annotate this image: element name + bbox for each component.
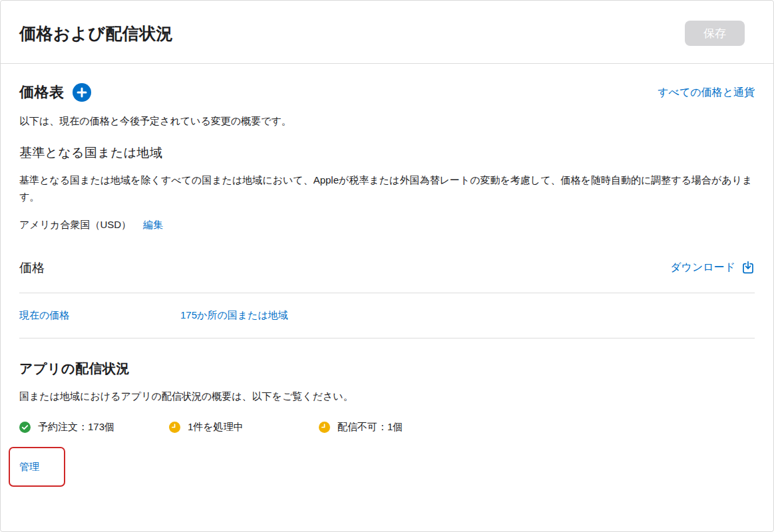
price-schedule-heading: 価格表 — [19, 82, 65, 102]
base-country-row: アメリカ合衆国（USD） 編集 — [19, 219, 755, 231]
page-title: 価格および配信状況 — [19, 23, 173, 45]
status-label: 予約注文：173個 — [38, 421, 114, 434]
prices-heading: 価格 — [19, 259, 45, 277]
availability-heading: アプリの配信状況 — [19, 360, 755, 378]
status-label: 1件を処理中 — [188, 421, 244, 434]
status-label: 配信不可：1個 — [337, 421, 403, 434]
availability-description: 国または地域におけるアプリの配信状況の概要は、以下をご覧ください。 — [19, 388, 755, 405]
main-content: 価格表 すべての価格と通貨 以下は、現在の価格と今後予定されている変更の概要です… — [1, 82, 773, 487]
save-button[interactable]: 保存 — [685, 21, 745, 46]
status-unavailable: 配信不可：1個 — [319, 421, 469, 434]
edit-base-country-link[interactable]: 編集 — [143, 219, 163, 231]
page-header: 価格および配信状況 保存 — [1, 1, 773, 64]
price-schedule-header: 価格表 すべての価格と通貨 — [19, 82, 755, 102]
availability-status-row: 予約注文：173個 1件を処理中 — [19, 421, 755, 434]
clock-icon — [169, 422, 180, 433]
download-link-label: ダウンロード — [670, 261, 735, 275]
table-row: 現在の価格 175か所の国または地域 — [19, 293, 755, 338]
prices-header: 価格 ダウンロード — [19, 259, 755, 277]
price-schedule-description: 以下は、現在の価格と今後予定されている変更の概要です。 — [19, 112, 755, 130]
download-icon — [741, 261, 755, 275]
price-table: 現在の価格 175か所の国または地域 — [19, 293, 755, 338]
clock-icon — [319, 422, 330, 433]
plus-icon — [73, 83, 91, 102]
manage-availability-link[interactable]: 管理 — [19, 461, 39, 473]
current-price-link[interactable]: 現在の価格 — [19, 309, 69, 321]
availability-section: アプリの配信状況 国または地域におけるアプリの配信状況の概要は、以下をご覧くださ… — [19, 360, 755, 487]
download-prices-link[interactable]: ダウンロード — [670, 261, 755, 275]
base-country-heading: 基準となる国または地域 — [19, 144, 755, 162]
pricing-availability-page: 価格および配信状況 保存 価格表 すべての価格と通貨 以下は、現在の価格と今後予… — [0, 0, 774, 532]
base-country-description: 基準となる国または地域を除くすべての国または地域において、Appleが税率または… — [19, 172, 755, 205]
add-price-button[interactable] — [73, 83, 91, 102]
check-circle-icon — [19, 422, 31, 433]
base-country-value: アメリカ合衆国（USD） — [19, 219, 131, 231]
status-preorder: 予約注文：173個 — [19, 421, 169, 434]
manage-row: 管理 — [19, 447, 755, 487]
status-processing: 1件を処理中 — [169, 421, 319, 434]
all-prices-currencies-link[interactable]: すべての価格と通貨 — [658, 86, 755, 100]
countries-regions-link[interactable]: 175か所の国または地域 — [180, 309, 288, 321]
